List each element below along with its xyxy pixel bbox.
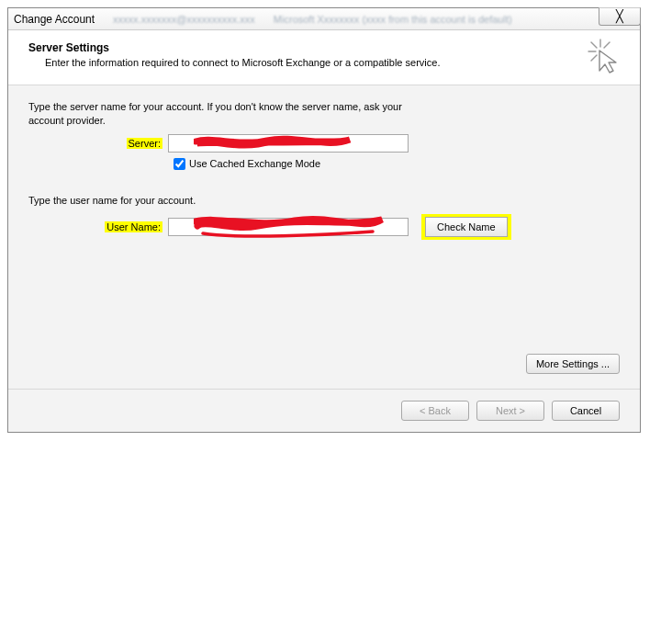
user-instruction: Type the user name for your account. bbox=[28, 194, 414, 208]
click-cursor-icon bbox=[587, 38, 623, 74]
cancel-button[interactable]: Cancel bbox=[552, 401, 620, 421]
header-heading: Server Settings bbox=[28, 41, 622, 54]
more-settings-button[interactable]: More Settings ... bbox=[526, 354, 620, 374]
window-title: Change Account bbox=[14, 13, 95, 26]
svg-line-4 bbox=[591, 55, 597, 61]
cached-mode-label: Use Cached Exchange Mode bbox=[189, 158, 320, 169]
svg-line-3 bbox=[604, 42, 610, 48]
header-area: Server Settings Enter the information re… bbox=[8, 30, 640, 85]
server-label: Server: bbox=[28, 138, 168, 149]
close-button[interactable]: ╳ bbox=[599, 7, 641, 26]
content-area: Type the server name for your account. I… bbox=[8, 85, 640, 389]
blurred-email: xxxxx.xxxxxxx@xxxxxxxxxx.xxx bbox=[113, 14, 255, 25]
server-input[interactable] bbox=[168, 134, 409, 153]
header-subheading: Enter the information required to connec… bbox=[45, 57, 622, 68]
server-instruction: Type the server name for your account. I… bbox=[28, 100, 414, 129]
change-account-dialog: Change Account xxxxx.xxxxxxx@xxxxxxxxxx.… bbox=[7, 7, 641, 433]
blurred-subtitle: Microsoft Xxxxxxxx (xxxx from this accou… bbox=[274, 14, 512, 25]
cached-mode-checkbox[interactable] bbox=[174, 158, 185, 170]
footer-area: < Back Next > Cancel bbox=[8, 389, 640, 432]
check-name-button[interactable]: Check Name bbox=[425, 217, 508, 237]
titlebar: Change Account xxxxx.xxxxxxx@xxxxxxxxxx.… bbox=[8, 8, 640, 30]
user-name-label: User Name: bbox=[28, 221, 168, 232]
back-button[interactable]: < Back bbox=[401, 401, 469, 421]
next-button[interactable]: Next > bbox=[476, 401, 544, 421]
svg-line-2 bbox=[591, 42, 597, 48]
user-name-input[interactable] bbox=[168, 218, 409, 236]
